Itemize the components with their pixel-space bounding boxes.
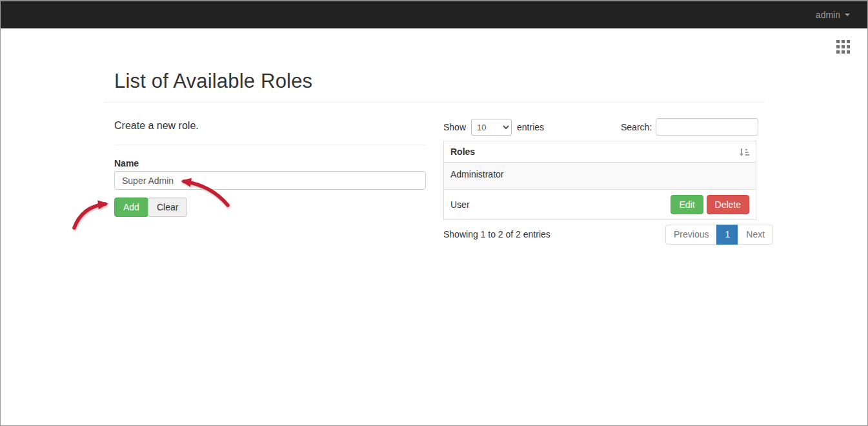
add-button[interactable]: Add xyxy=(114,198,148,217)
page-length-control: Show 10 entries xyxy=(443,119,544,136)
entries-label: entries xyxy=(517,122,544,132)
user-menu[interactable]: admin xyxy=(816,10,850,20)
create-role-heading: Create a new role. xyxy=(114,120,199,132)
roles-column-label: Roles xyxy=(450,147,475,157)
show-label: Show xyxy=(443,122,466,132)
role-name: User xyxy=(450,199,470,210)
table-row-user: User Edit Delete xyxy=(444,190,756,219)
roles-table: Roles Administrator User Edit Delete xyxy=(443,141,756,220)
table-search-input[interactable] xyxy=(656,118,758,136)
arrow-to-add-button xyxy=(74,204,105,228)
roles-column-header[interactable]: Roles xyxy=(444,141,756,163)
pagination: Previous 1 Next xyxy=(665,225,773,245)
page-length-select[interactable]: 10 xyxy=(471,119,512,136)
delete-button[interactable]: Delete xyxy=(707,195,749,214)
page-title: List of Available Roles xyxy=(114,70,312,93)
row-actions: Edit Delete xyxy=(671,195,749,214)
table-search-control: Search: xyxy=(621,118,758,136)
name-label: Name xyxy=(114,158,139,168)
table-info: Showing 1 to 2 of 2 entries xyxy=(443,229,550,239)
table-row-administrator: Administrator xyxy=(444,163,756,190)
clear-button[interactable]: Clear xyxy=(148,198,187,217)
edit-button[interactable]: Edit xyxy=(671,195,703,214)
header-divider xyxy=(105,102,765,103)
sort-icon xyxy=(739,147,749,157)
form-divider xyxy=(114,145,426,145)
name-input[interactable] xyxy=(114,171,426,190)
pagination-page-1[interactable]: 1 xyxy=(716,225,738,245)
top-navbar: admin xyxy=(1,1,867,28)
pagination-next[interactable]: Next xyxy=(738,225,773,245)
pagination-previous[interactable]: Previous xyxy=(665,225,717,245)
role-name: Administrator xyxy=(450,169,503,179)
search-label: Search: xyxy=(621,122,652,132)
caret-down-icon xyxy=(845,14,850,16)
user-menu-label: admin xyxy=(816,10,840,20)
app-window: admin List of Available Roles Create a n… xyxy=(0,0,868,426)
apps-grid-icon[interactable] xyxy=(836,40,850,54)
